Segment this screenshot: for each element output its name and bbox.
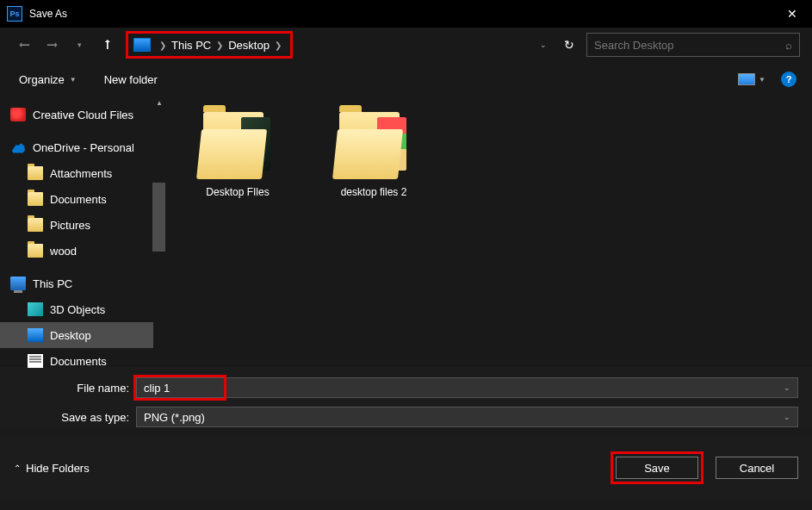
sidebar-label: wood xyxy=(50,245,77,258)
folder-icon xyxy=(28,192,43,206)
folder-icon xyxy=(28,166,43,180)
hide-folders-button[interactable]: ⌃ Hide Folders xyxy=(14,462,90,475)
filetype-value: PNG (*.png) xyxy=(144,411,205,424)
folder-icon xyxy=(196,112,279,179)
highlight-annotation: Save xyxy=(611,451,704,484)
folder-tree: Creative Cloud Files OneDrive - Personal… xyxy=(0,96,165,374)
folder-item[interactable]: desktop files 2 xyxy=(322,112,425,198)
sidebar-item-documents2[interactable]: Documents xyxy=(0,348,165,374)
breadcrumb[interactable]: ❯ This PC ❯ Desktop ❯ xyxy=(126,31,293,59)
organize-label: Organize xyxy=(19,73,65,86)
documents-icon xyxy=(28,354,43,368)
sidebar-label: Documents xyxy=(50,193,107,206)
sidebar-label: Documents xyxy=(50,355,107,368)
window-title: Save As xyxy=(29,8,772,20)
folder-item[interactable]: Desktop FIles xyxy=(186,112,289,198)
3d-icon xyxy=(28,302,43,316)
search-icon[interactable]: ⌕ xyxy=(785,39,792,52)
scroll-up-icon[interactable]: ▲ xyxy=(153,96,165,109)
sidebar-item-attachments[interactable]: Attachments xyxy=(0,160,165,186)
onedrive-icon xyxy=(10,140,26,154)
titlebar: Ps Save As ✕ xyxy=(0,0,812,28)
chevron-right-icon: ❯ xyxy=(216,40,223,50)
chevron-down-icon[interactable]: ⌄ xyxy=(784,383,790,392)
view-dropdown[interactable]: ▼ xyxy=(759,76,766,84)
new-folder-button[interactable]: New folder xyxy=(101,70,161,90)
file-pane[interactable]: Desktop FIles desktop files 2 xyxy=(165,96,812,367)
filename-input[interactable]: clip 1 ⌄ xyxy=(136,377,798,398)
filename-label: File name: xyxy=(14,382,136,395)
help-button[interactable]: ? xyxy=(781,72,797,87)
chevron-down-icon: ▼ xyxy=(70,76,77,84)
forward-button[interactable]: 🠖 xyxy=(40,33,64,57)
sidebar-scrollbar[interactable]: ▲ xyxy=(153,96,165,367)
navbar: 🠔 🠖 ▾ 🠕 ❯ This PC ❯ Desktop ❯ ⌄ ↻ ⌕ xyxy=(0,28,812,62)
photoshop-icon: Ps xyxy=(7,6,22,22)
sidebar-item-documents[interactable]: Documents xyxy=(0,186,165,212)
close-button[interactable]: ✕ xyxy=(772,0,812,28)
recent-dropdown[interactable]: ▾ xyxy=(67,33,91,57)
search-input[interactable] xyxy=(594,39,785,52)
sidebar-item-cc[interactable]: Creative Cloud Files xyxy=(0,102,165,128)
sidebar-item-pictures[interactable]: Pictures xyxy=(0,212,165,238)
sidebar-label: 3D Objects xyxy=(50,303,105,316)
folder-icon xyxy=(28,244,43,258)
cc-icon xyxy=(10,108,26,121)
folder-label: desktop files 2 xyxy=(322,186,425,198)
desktop-icon xyxy=(28,328,43,342)
chevron-right-icon: ❯ xyxy=(159,40,166,50)
pc-icon xyxy=(133,38,151,52)
view-mode-icon[interactable] xyxy=(738,73,755,85)
chevron-up-icon: ⌃ xyxy=(14,463,21,473)
toolbar: Organize ▼ New folder ▼ ? xyxy=(0,62,812,96)
sidebar-label: This PC xyxy=(33,277,72,290)
back-button[interactable]: 🠔 xyxy=(12,33,36,57)
sidebar-label: OneDrive - Personal xyxy=(33,141,134,154)
address-dropdown[interactable]: ⌄ xyxy=(540,40,547,49)
sidebar-item-desktop[interactable]: Desktop xyxy=(0,322,165,348)
sidebar-label: Attachments xyxy=(50,167,112,180)
breadcrumb-item-desktop[interactable]: Desktop xyxy=(226,39,271,52)
folder-icon xyxy=(332,112,415,179)
sidebar: Creative Cloud Files OneDrive - Personal… xyxy=(0,96,165,367)
refresh-button[interactable]: ↻ xyxy=(564,38,574,52)
new-folder-label: New folder xyxy=(104,73,158,86)
pc-icon xyxy=(10,277,26,290)
sidebar-item-thispc[interactable]: This PC xyxy=(0,271,165,296)
scroll-thumb[interactable] xyxy=(152,183,165,252)
filetype-label: Save as type: xyxy=(14,411,136,424)
save-button[interactable]: Save xyxy=(616,457,698,479)
folder-icon xyxy=(28,218,43,232)
sidebar-item-onedrive[interactable]: OneDrive - Personal xyxy=(0,134,165,160)
folder-label: Desktop FIles xyxy=(186,186,289,198)
form-area: File name: clip 1 ⌄ Save as type: PNG (*… xyxy=(0,367,812,427)
cancel-button[interactable]: Cancel xyxy=(716,457,798,479)
filetype-select[interactable]: PNG (*.png) ⌄ xyxy=(136,407,798,427)
sidebar-label: Pictures xyxy=(50,219,90,232)
sidebar-item-wood[interactable]: wood xyxy=(0,238,165,264)
chevron-down-icon[interactable]: ⌄ xyxy=(784,413,790,421)
up-button[interactable]: 🠕 xyxy=(95,33,119,57)
footer: ⌃ Hide Folders Save Cancel xyxy=(0,436,812,500)
sidebar-label: Desktop xyxy=(50,329,91,342)
breadcrumb-item-pc[interactable]: This PC xyxy=(170,39,213,52)
sidebar-item-3d[interactable]: 3D Objects xyxy=(0,296,165,322)
hide-folders-label: Hide Folders xyxy=(26,462,90,475)
sidebar-label: Creative Cloud Files xyxy=(33,109,133,121)
filename-value: clip 1 xyxy=(144,382,170,395)
body: Creative Cloud Files OneDrive - Personal… xyxy=(0,96,812,367)
search-box[interactable]: ⌕ xyxy=(586,33,800,57)
chevron-right-icon: ❯ xyxy=(275,40,282,50)
organize-button[interactable]: Organize ▼ xyxy=(15,70,80,90)
